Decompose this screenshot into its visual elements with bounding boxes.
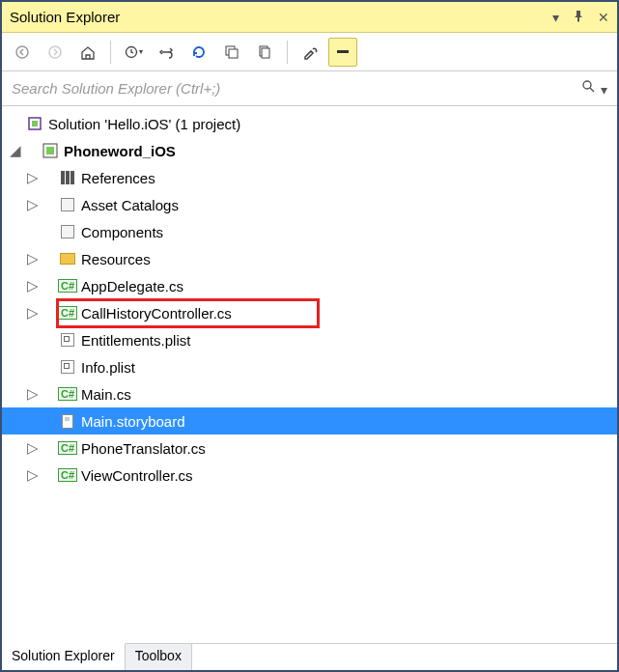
project-label: Phoneword_iOS	[60, 143, 176, 159]
expand-icon[interactable]: ▷	[25, 196, 41, 213]
entitlements-label: Entitlements.plist	[77, 332, 190, 349]
collapse-all-button[interactable]	[217, 38, 246, 67]
plist-icon	[58, 333, 77, 347]
solution-node[interactable]: Solution 'Hello.iOS' (1 project)	[2, 110, 617, 137]
solution-tree: Solution 'Hello.iOS' (1 project) ◢ Phone…	[2, 106, 617, 643]
project-node[interactable]: ◢ Phoneword_iOS	[2, 137, 617, 164]
svg-rect-7	[337, 50, 349, 53]
appdelegate-node[interactable]: ▷ C# AppDelegate.cs	[2, 272, 617, 299]
svg-rect-10	[32, 121, 38, 126]
folder-icon	[58, 253, 77, 265]
expand-icon[interactable]: ▷	[25, 466, 41, 484]
expand-icon[interactable]: ▷	[25, 250, 41, 267]
preview-button[interactable]	[328, 38, 357, 67]
svg-rect-4	[229, 49, 238, 58]
history-button[interactable]: ▾	[119, 38, 148, 67]
close-icon[interactable]: ✕	[598, 10, 609, 25]
svg-point-0	[16, 46, 28, 58]
asset-catalogs-label: Asset Catalogs	[77, 197, 179, 213]
asset-catalogs-node[interactable]: ▷ Asset Catalogs	[2, 191, 617, 218]
references-node[interactable]: ▷ References	[2, 164, 617, 191]
storyboard-icon	[58, 414, 77, 429]
csharp-icon: C#	[58, 306, 77, 320]
callhistory-node[interactable]: ▷ C# CallHistoryController.cs	[2, 299, 617, 326]
main-cs-label: Main.cs	[77, 386, 131, 403]
svg-point-8	[583, 81, 591, 89]
expand-icon[interactable]: ▷	[25, 385, 41, 403]
expand-icon[interactable]: ▷	[25, 439, 41, 457]
svg-rect-6	[262, 48, 269, 58]
expand-icon[interactable]: ▷	[25, 169, 41, 186]
infoplist-label: Info.plist	[77, 359, 135, 376]
show-all-files-button[interactable]	[250, 38, 279, 67]
expand-icon[interactable]: ▷	[25, 277, 41, 294]
catalog-icon	[58, 198, 77, 211]
home-button[interactable]	[73, 38, 102, 67]
main-cs-node[interactable]: ▷ C# Main.cs	[2, 380, 617, 407]
window-title: Solution Explorer	[10, 9, 539, 25]
csharp-icon: C#	[58, 279, 77, 293]
components-icon	[58, 225, 77, 238]
back-button[interactable]	[8, 38, 37, 67]
viewcontroller-label: ViewController.cs	[77, 467, 193, 484]
solution-icon	[25, 116, 44, 131]
csharp-icon: C#	[58, 441, 77, 455]
refresh-button[interactable]	[184, 38, 213, 67]
properties-button[interactable]	[295, 38, 324, 67]
titlebar: Solution Explorer ▾ ✕	[2, 2, 617, 33]
tab-toolbox[interactable]: Toolbox	[126, 644, 192, 670]
components-label: Components	[77, 224, 163, 240]
plist-icon	[58, 360, 77, 374]
tab-solution-explorer[interactable]: Solution Explorer	[2, 643, 126, 670]
bottom-tabs: Solution Explorer Toolbox	[2, 643, 617, 670]
dropdown-icon[interactable]: ▾	[552, 10, 559, 25]
project-icon	[41, 143, 60, 158]
sync-button[interactable]	[152, 38, 181, 67]
resources-label: Resources	[77, 251, 151, 267]
search-icon[interactable]: ▾	[574, 79, 607, 98]
csharp-icon: C#	[58, 387, 77, 401]
infoplist-node[interactable]: Info.plist	[2, 353, 617, 380]
components-node[interactable]: Components	[2, 218, 617, 245]
pin-icon[interactable]	[573, 10, 584, 25]
search-input[interactable]	[12, 71, 574, 105]
toolbar: ▾	[2, 33, 617, 71]
forward-button[interactable]	[41, 38, 70, 67]
resources-node[interactable]: ▷ Resources	[2, 245, 617, 272]
expand-icon[interactable]: ◢	[8, 142, 23, 159]
search-bar[interactable]: ▾	[2, 71, 617, 106]
references-icon	[58, 171, 77, 184]
appdelegate-label: AppDelegate.cs	[77, 278, 183, 294]
solution-label: Solution 'Hello.iOS' (1 project)	[44, 116, 240, 132]
svg-rect-12	[46, 147, 54, 154]
main-storyboard-label: Main.storyboard	[77, 413, 185, 430]
expand-icon[interactable]: ▷	[25, 304, 41, 322]
references-label: References	[77, 170, 155, 186]
phonetranslator-label: PhoneTranslator.cs	[77, 440, 206, 457]
svg-point-1	[49, 46, 61, 58]
main-storyboard-node[interactable]: Main.storyboard	[2, 407, 617, 434]
entitlements-node[interactable]: Entitlements.plist	[2, 326, 617, 353]
phonetranslator-node[interactable]: ▷ C# PhoneTranslator.cs	[2, 434, 617, 462]
viewcontroller-node[interactable]: ▷ C# ViewController.cs	[2, 462, 617, 489]
callhistory-label: CallHistoryController.cs	[77, 305, 232, 322]
csharp-icon: C#	[58, 468, 77, 482]
